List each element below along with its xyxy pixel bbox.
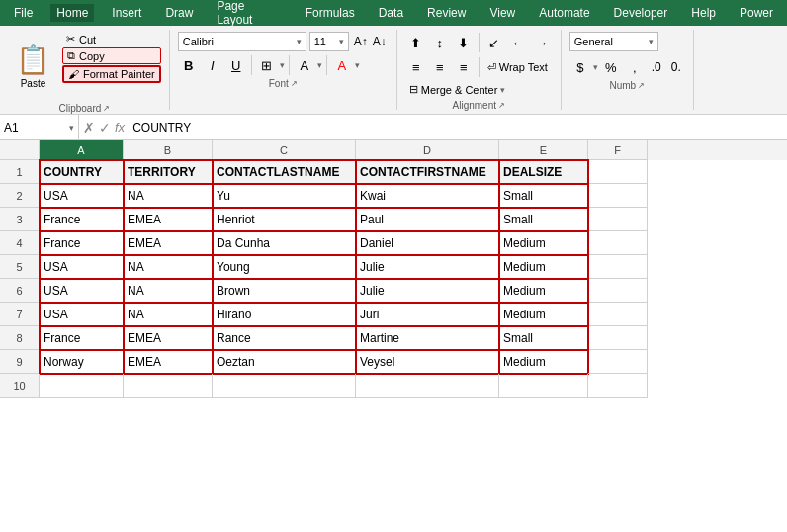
cell-e10[interactable] [499, 374, 588, 398]
cell-e6[interactable]: Medium [499, 279, 588, 303]
col-header-f[interactable]: F [588, 140, 648, 160]
col-header-c[interactable]: C [213, 140, 356, 160]
col-header-b[interactable]: B [124, 140, 213, 160]
copy-button[interactable]: ⧉ Copy [62, 47, 161, 64]
cell-a2[interactable]: USA [40, 184, 124, 208]
cell-f6[interactable] [588, 279, 648, 303]
number-format-selector[interactable]: General ▾ [569, 32, 658, 51]
cell-d2[interactable]: Kwai [356, 184, 499, 208]
indent-increase-button[interactable]: → [531, 32, 553, 53]
cell-f2[interactable] [588, 184, 648, 208]
cell-e7[interactable]: Medium [499, 303, 588, 326]
row-header-1[interactable]: 1 [0, 160, 40, 184]
underline-button[interactable]: U [225, 54, 247, 76]
cell-f9[interactable] [588, 350, 648, 374]
confirm-formula-icon[interactable]: ✓ [99, 120, 111, 135]
col-header-a[interactable]: A [40, 140, 124, 160]
cell-f8[interactable] [588, 326, 648, 350]
row-header-3[interactable]: 3 [0, 208, 40, 231]
decrease-decimal-button[interactable]: 0. [667, 58, 685, 76]
cell-c3[interactable]: Henriot [213, 208, 356, 231]
cell-e8[interactable]: Small [499, 326, 588, 350]
cell-b9[interactable]: EMEA [124, 350, 213, 374]
cell-b4[interactable]: EMEA [124, 231, 213, 255]
cell-f4[interactable] [588, 231, 648, 255]
merge-center-button[interactable]: ⊟ Merge & Center ▾ [405, 81, 510, 98]
cell-d4[interactable]: Daniel [356, 231, 499, 255]
formula-input[interactable] [129, 121, 787, 134]
decrease-font-button[interactable]: A↓ [371, 33, 389, 50]
font-name-selector[interactable]: Calibri ▾ [178, 32, 306, 51]
cell-d9[interactable]: Veysel [356, 350, 499, 374]
cell-d8[interactable]: Martine [356, 326, 499, 350]
menu-page-layout[interactable]: Page Layout [211, 0, 287, 29]
cell-c4[interactable]: Da Cunha [213, 231, 356, 255]
font-expand-icon[interactable]: ↗ [291, 79, 298, 88]
cell-e2[interactable]: Small [499, 184, 588, 208]
paste-button[interactable]: 📋 Paste [8, 32, 58, 101]
cell-c6[interactable]: Brown [213, 279, 356, 303]
cell-b8[interactable]: EMEA [124, 326, 213, 350]
cell-c8[interactable]: Rance [213, 326, 356, 350]
text-direction-button[interactable]: ↙ [483, 32, 505, 53]
align-center-button[interactable]: ≡ [429, 56, 451, 78]
cell-d10[interactable] [356, 374, 499, 398]
borders-button[interactable]: ⊞ [256, 54, 278, 76]
col-header-d[interactable]: D [356, 140, 499, 160]
menu-power[interactable]: Power [734, 4, 779, 22]
cell-a5[interactable]: USA [40, 255, 124, 279]
cell-d1[interactable]: CONTACTFIRSTNAME [356, 160, 499, 184]
cell-b10[interactable] [124, 374, 213, 398]
align-bottom-button[interactable]: ⬇ [453, 32, 475, 53]
cell-a7[interactable]: USA [40, 303, 124, 326]
cell-d6[interactable]: Julie [356, 279, 499, 303]
row-header-6[interactable]: 6 [0, 279, 40, 303]
align-right-button[interactable]: ≡ [453, 56, 475, 78]
insert-function-icon[interactable]: fx [115, 120, 125, 134]
row-header-9[interactable]: 9 [0, 350, 40, 374]
cell-e3[interactable]: Small [499, 208, 588, 231]
row-header-4[interactable]: 4 [0, 231, 40, 255]
increase-decimal-button[interactable]: .0 [648, 58, 665, 76]
align-top-button[interactable]: ⬆ [405, 32, 427, 53]
cell-b5[interactable]: NA [124, 255, 213, 279]
cell-d7[interactable]: Juri [356, 303, 499, 326]
row-header-2[interactable]: 2 [0, 184, 40, 208]
cell-b6[interactable]: NA [124, 279, 213, 303]
cell-a10[interactable] [40, 374, 124, 398]
cell-f5[interactable] [588, 255, 648, 279]
row-header-7[interactable]: 7 [0, 303, 40, 326]
cell-f7[interactable] [588, 303, 648, 326]
font-color-dropdown-icon[interactable]: ▾ [355, 60, 360, 70]
clipboard-expand-icon[interactable]: ↗ [103, 104, 110, 113]
cell-b3[interactable]: EMEA [124, 208, 213, 231]
cell-c2[interactable]: Yu [213, 184, 356, 208]
cut-button[interactable]: ✂ Cut [62, 32, 161, 46]
cell-c5[interactable]: Young [213, 255, 356, 279]
cell-a6[interactable]: USA [40, 279, 124, 303]
format-painter-button[interactable]: 🖌 Format Painter [62, 65, 161, 83]
menu-view[interactable]: View [483, 4, 521, 22]
menu-draw[interactable]: Draw [159, 4, 199, 22]
menu-developer[interactable]: Developer [608, 4, 674, 22]
percent-button[interactable]: % [600, 56, 622, 78]
cell-a9[interactable]: Norway [40, 350, 124, 374]
borders-dropdown-icon[interactable]: ▾ [280, 60, 285, 70]
col-header-e[interactable]: E [499, 140, 588, 160]
cell-a4[interactable]: France [40, 231, 124, 255]
cell-e4[interactable]: Medium [499, 231, 588, 255]
cell-c10[interactable] [213, 374, 356, 398]
increase-font-button[interactable]: A↑ [352, 33, 370, 50]
menu-help[interactable]: Help [685, 4, 722, 22]
row-header-5[interactable]: 5 [0, 255, 40, 279]
cell-b1[interactable]: TERRITORY [124, 160, 213, 184]
italic-button[interactable]: I [202, 54, 223, 76]
menu-home[interactable]: Home [50, 4, 94, 22]
currency-button[interactable]: $ [569, 56, 591, 78]
font-color-button[interactable]: A [331, 54, 353, 76]
cell-f10[interactable] [588, 374, 648, 398]
cell-a1[interactable]: COUNTRY [40, 160, 124, 184]
merge-dropdown-icon[interactable]: ▾ [500, 85, 505, 95]
cell-e9[interactable]: Medium [499, 350, 588, 374]
cell-e5[interactable]: Medium [499, 255, 588, 279]
